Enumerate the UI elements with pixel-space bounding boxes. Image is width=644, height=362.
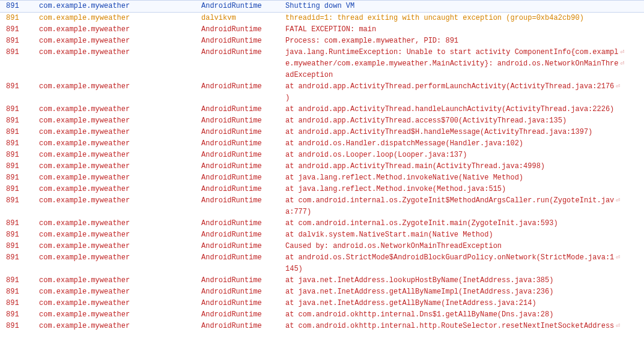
log-package	[39, 207, 201, 218]
logcat-body: 891com.example.myweatherAndroidRuntimeSh…	[0, 1, 644, 333]
log-row[interactable]: 891com.example.myweatherAndroidRuntimeat…	[0, 81, 644, 92]
log-package: com.example.myweather	[39, 81, 201, 92]
log-pid: 891	[0, 298, 39, 309]
log-tag: AndroidRuntime	[201, 127, 285, 138]
log-row[interactable]: 891com.example.myweatherAndroidRuntimeSh…	[0, 1, 644, 13]
log-row[interactable]: 891com.example.myweatherAndroidRuntimeat…	[0, 298, 644, 309]
log-message-text: Shutting down VM	[285, 2, 354, 10]
log-pid: 891	[0, 47, 39, 58]
log-message: at android.app.ActivityThread.access$700…	[285, 115, 644, 127]
log-tag: AndroidRuntime	[201, 218, 285, 229]
log-message-text: adException	[285, 71, 333, 79]
log-row[interactable]: )	[0, 92, 644, 104]
log-package: com.example.myweather	[39, 286, 201, 298]
log-pid: 891	[0, 286, 39, 298]
log-package: com.example.myweather	[39, 138, 201, 149]
log-row[interactable]: 891com.example.myweatherAndroidRuntimeat…	[0, 104, 644, 115]
log-tag	[201, 70, 285, 81]
log-message-text: a:777)	[285, 208, 311, 216]
log-message-text: at java.net.InetAddress.getAllByNameImpl…	[285, 288, 553, 296]
log-message-text: at android.os.Handler.dispatchMessage(Ha…	[285, 139, 523, 148]
line-wrap-icon: ⏎	[620, 58, 625, 70]
log-row[interactable]: 891com.example.myweatherAndroidRuntimeat…	[0, 218, 644, 229]
log-row[interactable]: 891com.example.myweatherAndroidRuntimeFA…	[0, 24, 644, 35]
log-pid: 891	[0, 13, 39, 25]
log-message-text: at com.android.internal.os.ZygoteInit$Me…	[285, 196, 614, 205]
line-wrap-icon: ⏎	[615, 321, 620, 332]
log-package	[39, 58, 201, 70]
log-pid: 891	[0, 127, 39, 138]
log-tag: AndroidRuntime	[201, 241, 285, 252]
log-package	[39, 92, 201, 104]
log-row[interactable]: 891com.example.myweatherdalvikvmthreadid…	[0, 13, 644, 25]
log-message: at android.app.ActivityThread.performLau…	[285, 81, 644, 92]
log-row[interactable]: 891com.example.myweatherAndroidRuntimeat…	[0, 138, 644, 149]
log-message-text: java.lang.RuntimeException: Unable to st…	[285, 48, 619, 56]
log-package: com.example.myweather	[39, 1, 201, 13]
log-row[interactable]: 891com.example.myweatherAndroidRuntimeat…	[0, 309, 644, 321]
log-row[interactable]: 891com.example.myweatherAndroidRuntimeat…	[0, 286, 644, 298]
log-row[interactable]: 891com.example.myweatherAndroidRuntimeat…	[0, 229, 644, 241]
log-row[interactable]: 891com.example.myweatherAndroidRuntimeja…	[0, 47, 644, 58]
log-tag: AndroidRuntime	[201, 184, 285, 195]
line-wrap-icon: ⏎	[615, 252, 620, 264]
log-tag: AndroidRuntime	[201, 104, 285, 115]
log-message: threadid=1: thread exiting with uncaught…	[285, 13, 644, 25]
log-pid: 891	[0, 161, 39, 172]
log-message-text: Process: com.example.myweather, PID: 891	[285, 37, 458, 45]
log-row[interactable]: a:777)	[0, 207, 644, 218]
log-row[interactable]: 891com.example.myweatherAndroidRuntimeat…	[0, 252, 644, 264]
log-row[interactable]: 891com.example.myweatherAndroidRuntimeat…	[0, 161, 644, 172]
log-row[interactable]: 891com.example.myweatherAndroidRuntimeat…	[0, 127, 644, 138]
log-tag: AndroidRuntime	[201, 81, 285, 92]
log-row[interactable]: 891com.example.myweatherAndroidRuntimeat…	[0, 172, 644, 184]
log-package: com.example.myweather	[39, 47, 201, 58]
log-message-text: at java.net.InetAddress.getAllByName(Ine…	[285, 299, 536, 307]
log-tag	[201, 207, 285, 218]
log-message-text: at com.android.internal.os.ZygoteInit.ma…	[285, 219, 558, 228]
log-message-text: at android.app.ActivityThread.main(Activ…	[285, 162, 545, 170]
log-message-text: Caused by: android.os.NetworkOnMainThrea…	[285, 242, 502, 250]
line-wrap-icon: ⏎	[615, 81, 620, 92]
log-tag: AndroidRuntime	[201, 309, 285, 321]
log-pid: 891	[0, 218, 39, 229]
log-row[interactable]: 891com.example.myweatherAndroidRuntimeat…	[0, 195, 644, 207]
log-message-text: at com.android.okhttp.internal.http.Rout…	[285, 322, 614, 330]
log-message-text: at android.os.StrictMode$AndroidBlockGua…	[285, 253, 614, 262]
log-row[interactable]: 891com.example.myweatherAndroidRuntimeat…	[0, 184, 644, 195]
log-message: at com.android.internal.os.ZygoteInit$Me…	[285, 195, 644, 207]
log-package: com.example.myweather	[39, 127, 201, 138]
log-tag: AndroidRuntime	[201, 161, 285, 172]
log-tag: AndroidRuntime	[201, 298, 285, 309]
log-pid: 891	[0, 275, 39, 286]
log-pid	[0, 264, 39, 275]
log-package: com.example.myweather	[39, 241, 201, 252]
log-package: com.example.myweather	[39, 104, 201, 115]
log-row[interactable]: adException	[0, 70, 644, 81]
log-tag: dalvikvm	[201, 13, 285, 25]
log-message-text: at android.app.ActivityThread.handleLaun…	[285, 105, 614, 113]
log-row[interactable]: e.myweather/com.example.myweather.MainAc…	[0, 58, 644, 70]
log-package: com.example.myweather	[39, 24, 201, 35]
log-pid: 891	[0, 321, 39, 332]
log-row[interactable]: 891com.example.myweatherAndroidRuntimeCa…	[0, 241, 644, 252]
log-row[interactable]: 891com.example.myweatherAndroidRuntimeat…	[0, 149, 644, 161]
log-message: 145)	[285, 264, 644, 275]
log-row[interactable]: 891com.example.myweatherAndroidRuntimePr…	[0, 35, 644, 47]
log-tag: AndroidRuntime	[201, 172, 285, 184]
log-row[interactable]: 891com.example.myweatherAndroidRuntimeat…	[0, 115, 644, 127]
log-row[interactable]: 145)	[0, 264, 644, 275]
log-package: com.example.myweather	[39, 252, 201, 264]
log-tag: AndroidRuntime	[201, 138, 285, 149]
log-tag	[201, 92, 285, 104]
log-message-text: at java.lang.reflect.Method.invoke(Metho…	[285, 185, 506, 193]
log-message: at java.net.InetAddress.lookupHostByName…	[285, 275, 644, 286]
log-message: FATAL EXCEPTION: main	[285, 24, 644, 35]
log-pid: 891	[0, 24, 39, 35]
log-tag: AndroidRuntime	[201, 321, 285, 332]
log-message-text: at android.app.ActivityThread.access$700…	[285, 116, 567, 125]
log-row[interactable]: 891com.example.myweatherAndroidRuntimeat…	[0, 275, 644, 286]
log-row[interactable]: 891com.example.myweatherAndroidRuntimeat…	[0, 321, 644, 332]
log-package: com.example.myweather	[39, 275, 201, 286]
log-tag: AndroidRuntime	[201, 275, 285, 286]
